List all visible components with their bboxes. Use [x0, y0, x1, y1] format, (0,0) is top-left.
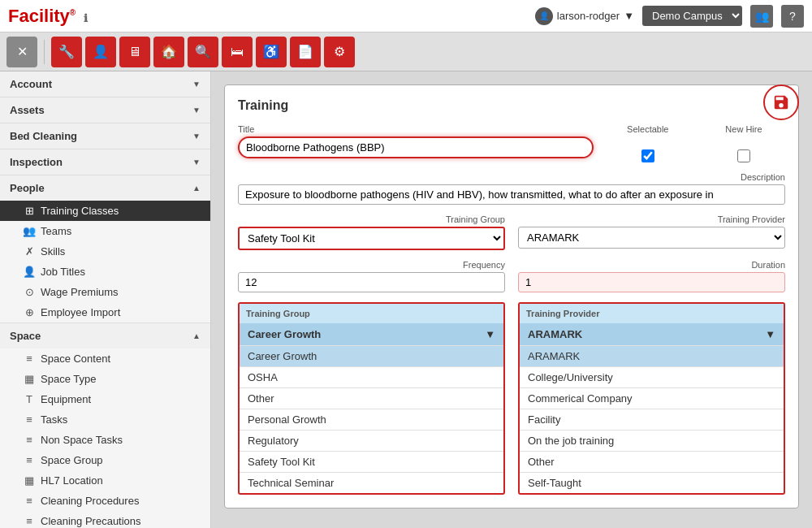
sidebar-item-cleaning-procedures[interactable]: ≡ Cleaning Procedures [0, 491, 210, 511]
space-type-icon: ▦ [23, 373, 36, 385]
content-area: Training Title Selectable New Hire [211, 71, 812, 528]
training-panel-title: Training [238, 98, 785, 113]
provider-item-on-job[interactable]: On the job training [520, 430, 784, 451]
form-group-new-hire: New Hire [702, 124, 785, 162]
provider-item-commercial[interactable]: Commerical Company [520, 387, 784, 409]
main-toolbar: ✕ 🔧 👤 🖥 🏠 🔍 🛏 ♿ 📄 ⚙ [0, 32, 812, 71]
sidebar-header-people[interactable]: People ▲ [0, 175, 210, 201]
toolbar-bed-btn[interactable]: 🛏 [222, 37, 253, 67]
training-group-select[interactable]: Safety Tool Kit [238, 227, 505, 250]
group-item-personal-growth[interactable]: Personal Growth [240, 409, 503, 430]
frequency-label: Frequency [238, 260, 505, 270]
form-row-description: Description [238, 172, 785, 205]
provider-item-college[interactable]: College/University [520, 366, 784, 387]
sidebar-item-wage-premiums[interactable]: ⊙ Wage Premiums [0, 282, 210, 302]
help-button[interactable]: ? [781, 5, 804, 28]
toolbar-home-btn[interactable]: 🏠 [153, 37, 184, 67]
form-group-training-provider: Training Provider ARAMARK [518, 214, 785, 249]
group-item-technical-seminar[interactable]: Technical Seminar [240, 472, 503, 493]
wage-premiums-label: Wage Premiums [41, 286, 119, 298]
sidebar-space-label: Space [10, 330, 41, 342]
sidebar-item-space-content[interactable]: ≡ Space Content [0, 348, 210, 369]
group-item-safety-tool-kit[interactable]: Safety Tool Kit [240, 451, 503, 472]
header-right: 👤 larson-rodger ▼ Demo Campus 👥 ? [535, 5, 804, 28]
new-hire-checkbox[interactable] [737, 149, 750, 162]
training-group-label: Training Group [238, 214, 505, 224]
toolbar-settings-btn[interactable]: ⚙ [324, 37, 355, 67]
provider-selected-label: ARAMARK [528, 328, 582, 340]
skills-icon: ✗ [23, 245, 36, 258]
toolbar-separator-1 [44, 40, 45, 64]
sidebar-people-label: People [10, 182, 45, 194]
sidebar-item-equipment[interactable]: T Equipment [0, 389, 210, 409]
user-info: 👤 larson-rodger ▼ [535, 7, 634, 25]
hl7-location-icon: ▦ [23, 474, 36, 487]
sidebar-item-training-classes[interactable]: ⊞ Training Classes [0, 201, 210, 221]
selectable-checkbox[interactable] [641, 149, 654, 162]
sidebar-item-space-type[interactable]: ▦ Space Type [0, 369, 210, 389]
dropdowns-row: Training Group Career Growth ▼ Career Gr… [238, 302, 785, 495]
sidebar-header-space[interactable]: Space ▲ [0, 323, 210, 348]
provider-panel-selected[interactable]: ARAMARK ▼ [520, 323, 784, 345]
group-item-career-growth[interactable]: Career Growth [240, 345, 503, 366]
chevron-down-icon: ▼ [192, 106, 201, 115]
cleaning-procedures-icon: ≡ [23, 495, 36, 507]
toolbar-wrench-btn[interactable]: 🔧 [51, 37, 82, 67]
training-classes-icon: ⊞ [23, 205, 36, 217]
training-group-dropdown-panel: Training Group Career Growth ▼ Career Gr… [238, 302, 505, 495]
cleaning-precautions-label: Cleaning Precautions [41, 515, 141, 527]
training-classes-label: Training Classes [41, 205, 119, 217]
toolbar-disable-btn[interactable]: ✕ [6, 37, 37, 67]
group-item-regulatory[interactable]: Regulatory [240, 430, 503, 451]
title-input[interactable] [238, 136, 594, 158]
sidebar-item-space-group[interactable]: ≡ Space Group [0, 450, 210, 470]
sidebar-item-job-titles[interactable]: 👤 Job Titles [0, 262, 210, 282]
sidebar-header-inspection[interactable]: Inspection ▼ [0, 149, 210, 175]
group-item-osha[interactable]: OSHA [240, 366, 503, 387]
provider-item-self-taught[interactable]: Self-Taught [520, 472, 784, 493]
group-item-other[interactable]: Other [240, 387, 503, 409]
description-input[interactable] [238, 184, 785, 205]
sidebar-header-bed-cleaning[interactable]: Bed Cleaning ▼ [0, 123, 210, 149]
selectable-label: Selectable [627, 124, 668, 134]
toolbar-search-btn[interactable]: 🔍 [188, 37, 218, 67]
sidebar-item-employee-import[interactable]: ⊕ Employee Import [0, 302, 210, 322]
chevron-down-icon: ▼ [192, 158, 201, 167]
campus-selector[interactable]: Demo Campus [642, 6, 742, 26]
training-panel: Training Title Selectable New Hire [224, 84, 799, 509]
sidebar-header-assets[interactable]: Assets ▼ [0, 97, 210, 123]
chat-button[interactable]: 👥 [750, 5, 773, 28]
toolbar-monitor-btn[interactable]: 🖥 [119, 37, 150, 67]
provider-item-facility[interactable]: Facility [520, 409, 784, 430]
training-provider-label: Training Provider [518, 214, 785, 224]
user-avatar: 👤 [535, 7, 553, 25]
new-hire-label: New Hire [725, 124, 762, 134]
save-button[interactable] [763, 84, 799, 120]
user-dropdown-arrow[interactable]: ▼ [624, 10, 634, 22]
sidebar-section-space: Space ▲ ≡ Space Content ▦ Space Type T E… [0, 323, 210, 528]
sidebar-item-skills[interactable]: ✗ Skills [0, 241, 210, 262]
training-provider-select[interactable]: ARAMARK [518, 227, 785, 249]
toolbar-accessible-btn[interactable]: ♿ [256, 37, 287, 67]
description-label: Description [238, 172, 785, 182]
toolbar-person-btn[interactable]: 👤 [85, 37, 116, 67]
sidebar-item-tasks[interactable]: ≡ Tasks [0, 409, 210, 430]
provider-item-aramark[interactable]: ARAMARK [520, 345, 784, 366]
logo-text-facility: Facility [8, 6, 70, 26]
sidebar-item-non-space-tasks[interactable]: ≡ Non Space Tasks [0, 430, 210, 450]
chevron-down-icon: ▼ [192, 132, 201, 141]
sidebar-inspection-label: Inspection [10, 156, 63, 168]
duration-label: Duration [518, 260, 785, 270]
equipment-label: Equipment [41, 393, 91, 405]
sidebar-item-cleaning-precautions[interactable]: ≡ Cleaning Precautions [0, 511, 210, 528]
sidebar-item-hl7-location[interactable]: ▦ HL7 Location [0, 470, 210, 491]
tasks-icon: ≡ [23, 413, 36, 426]
frequency-input[interactable] [238, 272, 505, 292]
toolbar-document-btn[interactable]: 📄 [290, 37, 321, 67]
group-dropdown-arrow: ▼ [485, 328, 495, 340]
sidebar-item-teams[interactable]: 👥 Teams [0, 221, 210, 241]
sidebar-header-account[interactable]: Account ▼ [0, 71, 210, 97]
group-panel-selected[interactable]: Career Growth ▼ [240, 323, 503, 345]
duration-input[interactable] [518, 272, 785, 292]
provider-item-other[interactable]: Other [520, 451, 784, 472]
